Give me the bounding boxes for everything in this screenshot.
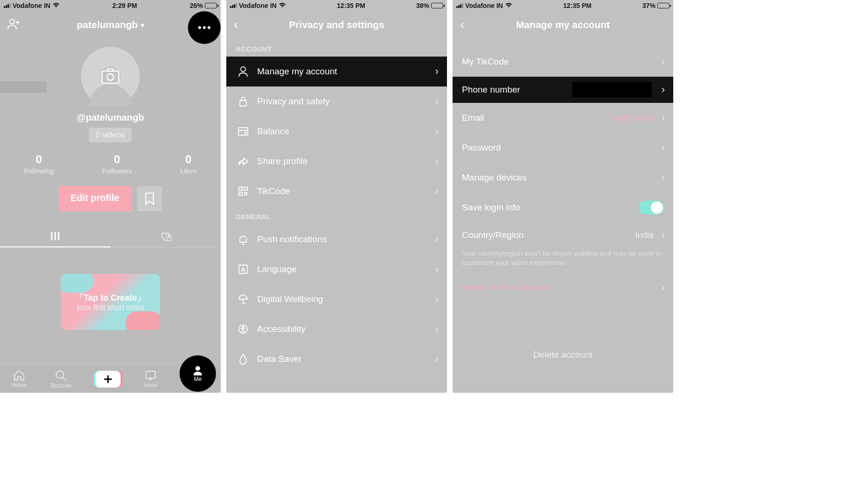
row-label: Manage my account <box>257 66 337 77</box>
progress-stub <box>0 81 47 93</box>
row-label: Password <box>462 143 501 153</box>
row-tikcode[interactable]: TikCode › <box>226 176 447 206</box>
row-label: Country/Region <box>462 230 524 240</box>
back-button[interactable]: ‹ <box>234 17 238 32</box>
chevron-right-icon: › <box>662 84 665 96</box>
svg-point-16 <box>245 132 246 134</box>
person-icon <box>192 365 203 376</box>
country-value: India <box>635 230 664 240</box>
stat-followers[interactable]: 0 Followers <box>102 153 132 175</box>
nav-inbox[interactable]: Inbox <box>144 370 158 389</box>
tab-posts[interactable] <box>0 225 110 247</box>
row-label: Delete account <box>533 350 593 360</box>
row-push-notifications[interactable]: Push notifications › <box>226 224 447 254</box>
chevron-right-icon: › <box>662 281 665 294</box>
nav-home[interactable]: Home <box>12 370 27 389</box>
nav-create[interactable] <box>95 371 121 388</box>
chevron-right-icon: › <box>435 323 439 335</box>
tab-liked[interactable] <box>110 225 221 247</box>
tap-to-create-card[interactable]: 「Tap to Create」 your first short video <box>61 274 160 330</box>
row-phone-number[interactable]: Phone number › <box>453 77 673 103</box>
row-data-saver[interactable]: Data Saver › <box>226 344 447 374</box>
svg-rect-4 <box>102 71 119 83</box>
row-language[interactable]: Language › <box>226 254 447 284</box>
row-balance[interactable]: Balance › <box>226 116 447 146</box>
create-card-title: 「Tap to Create」 <box>75 292 145 303</box>
row-label: Balance <box>257 126 289 137</box>
camera-icon <box>101 68 120 84</box>
wifi-icon <box>505 2 512 9</box>
chevron-right-icon: › <box>662 56 665 68</box>
carrier-label: Vodafone IN <box>239 2 277 9</box>
plus-icon <box>103 374 113 384</box>
grid-lines-icon <box>50 231 60 241</box>
home-icon <box>13 370 25 381</box>
video-count-pill[interactable]: 0 videos <box>89 128 131 143</box>
row-accessibility[interactable]: Accessibility › <box>226 314 447 344</box>
row-label: Save login info <box>462 202 520 213</box>
chevron-right-icon: › <box>662 142 665 154</box>
row-switch-pro[interactable]: Switch to Pro Account › <box>453 273 673 302</box>
chevron-right-icon: › <box>435 155 439 167</box>
bookmark-icon <box>144 192 155 205</box>
row-label: Push notifications <box>257 234 327 245</box>
chevron-right-icon: › <box>435 263 439 275</box>
row-share-profile[interactable]: Share profile › <box>226 146 447 176</box>
row-country-region[interactable]: Country/Region India › <box>453 223 673 248</box>
row-delete-account[interactable]: Delete account <box>453 340 673 370</box>
verify-email-action[interactable]: Verify email <box>610 113 664 123</box>
bookmarks-button[interactable] <box>137 186 162 211</box>
chevron-right-icon: › <box>435 185 439 197</box>
ellipsis-icon <box>197 26 211 29</box>
svg-point-23 <box>243 326 244 328</box>
edit-profile-button[interactable]: Edit profile <box>58 186 131 211</box>
user-handle: @patelumangb <box>77 112 144 123</box>
stat-following[interactable]: 0 Following <box>24 153 54 175</box>
screen-settings: Vodafone IN 12:35 PM 38% ‹ Privacy and s… <box>226 0 447 393</box>
add-friend-icon[interactable] <box>7 18 22 32</box>
language-icon <box>236 264 251 274</box>
row-digital-wellbeing[interactable]: Digital Wellbeing › <box>226 284 447 314</box>
screen-manage-account: Vodafone IN 12:35 PM 37% ‹ Manage my acc… <box>453 0 673 393</box>
nav-me[interactable]: Me <box>180 355 216 392</box>
row-label: Switch to Pro Account <box>462 282 548 293</box>
umbrella-icon <box>236 294 251 305</box>
row-email[interactable]: Email Verify email › <box>453 103 673 133</box>
carrier-label: Vodafone IN <box>13 2 50 9</box>
svg-point-0 <box>10 19 14 24</box>
row-manage-devices[interactable]: Manage devices › <box>453 163 673 193</box>
country-note: Your country/region won't be shown publi… <box>453 248 673 273</box>
chevron-right-icon: › <box>435 65 439 78</box>
stat-likes[interactable]: 0 Likes <box>180 153 196 175</box>
page-title: Privacy and settings <box>226 19 447 30</box>
qr-icon <box>236 186 251 196</box>
svg-rect-7 <box>55 232 56 240</box>
row-label: Share profile <box>257 156 308 166</box>
chevron-right-icon: › <box>435 125 439 137</box>
row-label: Digital Wellbeing <box>257 294 323 304</box>
avatar-upload[interactable] <box>81 47 140 106</box>
profile-header: patelumangb ▾ <box>0 11 221 38</box>
row-password[interactable]: Password › <box>453 133 673 163</box>
svg-rect-11 <box>146 371 155 378</box>
bell-icon <box>236 234 251 245</box>
row-privacy-safety[interactable]: Privacy and safety › <box>226 86 447 116</box>
profile-tabs <box>0 225 221 248</box>
row-save-login: Save login info <box>453 193 673 223</box>
back-button[interactable]: ‹ <box>460 17 464 32</box>
share-arrow-icon <box>236 157 251 166</box>
row-manage-account[interactable]: Manage my account › <box>226 57 447 86</box>
row-label: Accessibility <box>257 324 305 334</box>
clock-label: 12:35 PM <box>563 2 591 9</box>
manage-account-header: ‹ Manage my account <box>453 11 673 38</box>
row-my-tikcode[interactable]: My TikCode › <box>453 47 673 77</box>
save-login-toggle[interactable] <box>639 201 664 215</box>
svg-rect-6 <box>51 232 52 240</box>
phone-value-redacted <box>572 82 652 98</box>
svg-point-12 <box>195 366 200 371</box>
svg-rect-15 <box>238 128 248 135</box>
nav-discover[interactable]: Discover <box>50 369 72 389</box>
heart-lock-icon <box>159 231 172 242</box>
search-icon <box>55 369 67 382</box>
more-options-button[interactable] <box>188 11 221 44</box>
